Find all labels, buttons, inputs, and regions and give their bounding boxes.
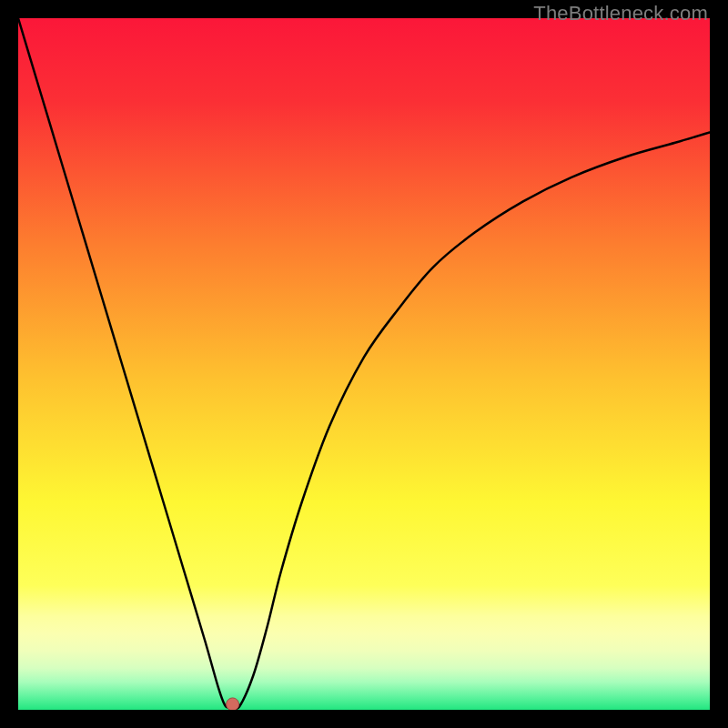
chart-canvas — [18, 18, 710, 710]
optimal-point-marker — [227, 698, 239, 710]
chart-frame — [18, 18, 710, 710]
watermark-text: TheBottleneck.com — [533, 2, 708, 25]
